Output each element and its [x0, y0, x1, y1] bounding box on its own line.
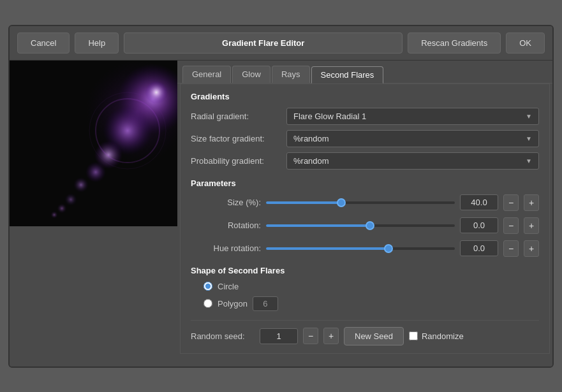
radial-gradient-value: Flare Glow Radial 1 [293, 112, 366, 121]
hue-label: Hue rotation: [191, 243, 261, 253]
polygon-radio[interactable] [203, 299, 212, 308]
flare-preview-svg [10, 61, 177, 226]
editor-title: Gradient Flare Editor [124, 33, 403, 54]
bottom-area [10, 354, 552, 367]
rotation-slider[interactable] [266, 219, 455, 232]
seed-minus-button[interactable]: − [303, 328, 318, 344]
seed-plus-button[interactable]: + [323, 328, 339, 344]
size-param-row: Size (%): − + [191, 194, 539, 211]
size-slider-thumb[interactable] [337, 198, 346, 207]
rotation-slider-fill [266, 224, 370, 227]
radial-gradient-dropdown[interactable]: Flare Glow Radial 1 ▼ [286, 108, 539, 125]
randomize-text: Randomize [422, 331, 464, 341]
tab-rays[interactable]: Rays [272, 66, 310, 83]
size-factor-value: %random [293, 134, 329, 143]
tab-glow[interactable]: Glow [232, 66, 270, 83]
main-window: Cancel Help Gradient Flare Editor Rescan… [8, 25, 554, 368]
settings-panel: General Glow Rays Second Flares Gradient… [177, 61, 552, 354]
parameters-title: Parameters [191, 178, 539, 188]
hue-param-row: Hue rotation: − + [191, 240, 539, 257]
size-slider-fill [266, 201, 341, 204]
probability-row: Probability gradient: %random ▼ [191, 152, 539, 170]
rescan-button[interactable]: Rescan Gradients [408, 33, 501, 54]
size-value-input[interactable] [460, 194, 498, 210]
rotation-minus-button[interactable]: − [503, 217, 519, 234]
size-slider-track [266, 201, 455, 204]
seed-label: Random seed: [191, 331, 255, 341]
randomize-checkbox[interactable] [409, 331, 418, 340]
size-slider[interactable] [266, 196, 455, 209]
svg-point-6 [64, 193, 77, 206]
rotation-value-input[interactable] [460, 217, 498, 233]
polygon-value-input[interactable] [253, 296, 278, 311]
gradients-title: Gradients [191, 92, 539, 101]
cancel-button[interactable]: Cancel [17, 33, 70, 54]
tab-bar: General Glow Rays Second Flares [177, 61, 552, 83]
circle-label: Circle [218, 282, 239, 291]
radial-gradient-row: Radial gradient: Flare Glow Radial 1 ▼ [191, 108, 539, 125]
rotation-slider-track [266, 224, 455, 227]
polygon-label: Polygon [218, 299, 248, 309]
probability-value: %random [293, 156, 329, 166]
tab-second-flares[interactable]: Second Flares [311, 66, 384, 83]
svg-point-5 [73, 177, 89, 192]
new-seed-button[interactable]: New Seed [344, 327, 404, 345]
hue-slider-fill [266, 247, 388, 250]
size-plus-button[interactable]: + [524, 194, 539, 211]
hue-plus-button[interactable]: + [524, 240, 539, 257]
svg-point-8 [50, 211, 58, 219]
shape-section: Shape of Second Flares Circle Polygon [191, 266, 539, 311]
rotation-param-row: Rotation: − + [191, 217, 539, 234]
seed-input[interactable] [260, 328, 298, 344]
radial-dropdown-arrow: ▼ [526, 113, 532, 120]
size-factor-label: Size factor gradient: [191, 134, 286, 143]
size-label: Size (%): [191, 198, 261, 207]
content-area: General Glow Rays Second Flares Gradient… [10, 61, 552, 354]
radial-gradient-label: Radial gradient: [191, 112, 286, 121]
svg-point-7 [57, 203, 67, 214]
polygon-radio-row: Polygon [191, 296, 539, 311]
parameters-section: Parameters Size (%): − + [191, 178, 539, 257]
size-minus-button[interactable]: − [503, 194, 519, 211]
help-button[interactable]: Help [75, 33, 119, 54]
hue-slider-track [266, 247, 455, 250]
toolbar: Cancel Help Gradient Flare Editor Rescan… [10, 26, 552, 61]
rotation-plus-button[interactable]: + [524, 217, 539, 234]
circle-radio[interactable] [203, 282, 212, 291]
hue-slider-thumb[interactable] [384, 244, 393, 253]
probability-arrow: ▼ [526, 157, 532, 164]
panel-body: Gradients Radial gradient: Flare Glow Ra… [180, 83, 550, 354]
preview-panel [10, 61, 177, 226]
ok-button[interactable]: OK [506, 33, 545, 54]
size-factor-dropdown[interactable]: %random ▼ [286, 130, 539, 147]
hue-slider[interactable] [266, 242, 455, 255]
seed-row: Random seed: − + New Seed Randomize [191, 320, 539, 345]
probability-label: Probability gradient: [191, 156, 286, 166]
size-factor-arrow: ▼ [526, 135, 532, 142]
shape-title: Shape of Second Flares [191, 266, 539, 275]
circle-radio-row: Circle [191, 282, 539, 291]
tab-general[interactable]: General [182, 66, 231, 83]
randomize-label[interactable]: Randomize [409, 331, 464, 341]
size-factor-row: Size factor gradient: %random ▼ [191, 130, 539, 147]
rotation-slider-thumb[interactable] [366, 221, 374, 230]
svg-point-4 [85, 162, 106, 182]
probability-dropdown[interactable]: %random ▼ [286, 152, 539, 170]
hue-value-input[interactable] [460, 240, 498, 256]
rotation-label: Rotation: [191, 221, 261, 230]
hue-minus-button[interactable]: − [503, 240, 519, 257]
